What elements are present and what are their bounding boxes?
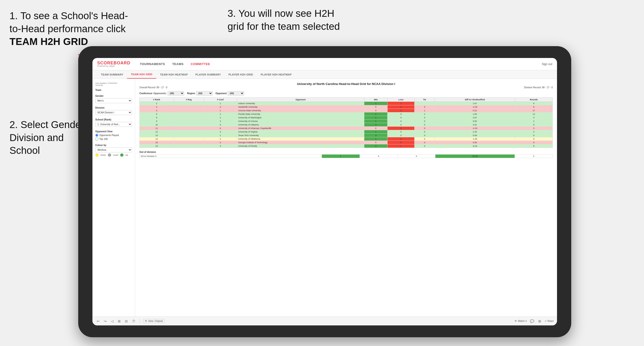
col-tie: Tie (414, 98, 435, 102)
colour-section: Colour by Win/loss Down Level Up (95, 144, 132, 157)
out-div-tie: 0 (398, 155, 436, 158)
colour-dot-level (108, 153, 111, 157)
annotation-step3: 3. You will now see H2H grid for the tea… (228, 7, 394, 33)
col-win: Win (364, 98, 388, 102)
nav-tournaments[interactable]: TOURNAMENTS (140, 62, 165, 66)
sub-nav: TEAM SUMMARY TEAM H2H GRID TEAM H2H HEAT… (92, 70, 557, 79)
region-select[interactable]: (All) (196, 91, 212, 96)
table-row: 163University of Florida310-6.429 (140, 144, 553, 148)
out-div-diff: 26.00 (436, 155, 515, 158)
filter-row: Conference Opponents: (All) Region (All) (139, 91, 553, 96)
subnav-player-summary[interactable]: PLAYER SUMMARY (192, 70, 225, 79)
grid-title: University of North Carolina Head-to-Hea… (139, 82, 553, 86)
table-row: 41Arizona State University0510.2217 (140, 109, 553, 112)
watch-button[interactable]: 👁 Watch ▾ (514, 320, 527, 322)
colour-label-up: Up (126, 154, 128, 156)
colour-dot-up (120, 153, 124, 157)
watch-label: Watch (518, 320, 524, 322)
school-label: School (Rank) (95, 118, 132, 121)
table-row: 82University of Washington1003.673 (140, 116, 553, 120)
view-icon: 👁 (145, 320, 147, 322)
records-row: Overall Record: 89 - 17 - 0 Division Rec… (139, 86, 553, 89)
bottom-toolbar: ↩ ↪ ◁ ⊞ ⊟ ⏱ 👁 View: Original 👁 Watch ▾ 💬… (92, 316, 557, 326)
timestamp: Last Updated: 27/03/2024 16:55:38 (95, 82, 132, 86)
grid-content: University of North Carolina Head-to-Hea… (135, 79, 557, 316)
table-row: 62Florida State University1021.8312 (140, 112, 553, 116)
watch-icon: 👁 (514, 320, 517, 322)
out-div-loss: 0 (360, 155, 398, 158)
present-button[interactable]: ⊞ (537, 319, 542, 324)
back-button[interactable]: ◁ (110, 319, 114, 324)
sign-out-link[interactable]: Sign out (542, 62, 552, 66)
share-icon: ↗ (544, 320, 546, 322)
nav-teams[interactable]: TEAMS (172, 62, 184, 66)
col-diff: Diff Av Strokes/Rnd (435, 98, 515, 102)
view-label: View: Original (148, 320, 163, 322)
undo-button[interactable]: ↩ (96, 319, 100, 324)
col-conf: # Conf (204, 98, 237, 102)
table-row: 131Texas Tech University3005.569 (140, 134, 553, 137)
table-row: 93University of Arizona1009.002 (140, 120, 553, 123)
data-table: # Rank # Reg # Conf Opponent Win Loss Ti… (139, 98, 553, 148)
colour-by-select[interactable]: Win/loss (95, 148, 132, 153)
subnav-player-h2h-heatmap[interactable]: PLAYER H2H HEATMAP (257, 70, 296, 79)
out-div-rounds: 3 (515, 155, 553, 158)
logo-text: SCOREBOARD (97, 61, 130, 65)
comment-button[interactable]: 💬 (529, 319, 535, 324)
school-section: School (Rank) 1. University of Nort... (95, 118, 132, 127)
division-label: Division (95, 107, 132, 109)
table-row: 32Vanderbilt University040-2.298 (140, 105, 553, 109)
main-content: Last Updated: 27/03/2024 16:55:38 Team G… (92, 79, 557, 316)
gender-section: Gender Men's Women's (95, 95, 132, 103)
out-div-name: NCAA Division II (140, 155, 322, 158)
gender-select[interactable]: Men's Women's (95, 98, 132, 103)
nav-committee[interactable]: COMMITTEE (190, 62, 210, 66)
annotation-step1: 1. To see a School's Head- to-Head perfo… (10, 9, 147, 48)
out-div-win: 1 (322, 155, 360, 158)
opponent-view-label: Opponent View (95, 130, 132, 133)
colour-by-label: Colour by (95, 144, 132, 147)
table-row: 21Auburn University211.679 (140, 102, 553, 105)
out-of-division: Out of division NCAA Division II 1 0 0 2… (139, 151, 553, 158)
colour-legend: Down Level Up (95, 153, 132, 157)
col-rank: # Rank (140, 98, 174, 102)
table-row: 154Georgia Institute of Technology0604.5… (140, 141, 553, 144)
col-opponent: Opponent (237, 98, 364, 102)
colour-label-down: Down (100, 154, 106, 156)
subnav-player-h2h-grid[interactable]: PLAYER H2H GRID (225, 70, 257, 79)
opponent-select[interactable]: (All) (228, 91, 244, 96)
team-section: Team (95, 89, 132, 91)
app-header: SCOREBOARD Powered by clippd TOURNAMENTS… (92, 58, 557, 70)
view-button[interactable]: 👁 View: Original (143, 319, 164, 323)
conference-filter-section-label: Conference (139, 92, 152, 95)
out-of-division-table: NCAA Division II 1 0 0 26.00 3 (139, 154, 553, 158)
tablet-screen: SCOREBOARD Powered by clippd TOURNAMENTS… (92, 58, 557, 326)
redo-button[interactable]: ↪ (103, 319, 108, 324)
conference-select[interactable]: (All) (168, 91, 184, 96)
subnav-team-h2h-heatmap[interactable]: TEAM H2H HEATMAP (156, 70, 192, 79)
left-panel: Last Updated: 27/03/2024 16:55:38 Team G… (92, 79, 135, 316)
main-nav: TOURNAMENTS TEAMS COMMITTEE (140, 62, 532, 66)
logo: SCOREBOARD Powered by clippd (97, 61, 130, 67)
subnav-team-summary[interactable]: TEAM SUMMARY (97, 70, 127, 79)
radio-label-opponents-played: Opponents Played (99, 134, 119, 137)
copy-button[interactable]: ⊞ (117, 319, 122, 324)
region-filter-section-label: Region (187, 92, 195, 95)
col-loss: Loss (388, 98, 414, 102)
clock-button[interactable]: ⏱ (131, 319, 136, 324)
subnav-team-h2h-grid[interactable]: TEAM H2H GRID (127, 70, 156, 79)
col-reg: # Reg (174, 98, 204, 102)
table-row: 123University of Virginia1002.333 (140, 130, 553, 134)
division-select[interactable]: NCAA Division I NCAA Division II (95, 110, 132, 115)
toolbar-sep-1 (140, 319, 140, 323)
gender-label: Gender (95, 95, 132, 97)
radio-opponents-played[interactable]: Opponents Played (95, 134, 132, 137)
conference-filter-group: Conference Opponents: (All) (139, 91, 184, 96)
division-section: Division NCAA Division I NCAA Division I… (95, 107, 132, 115)
paste-button[interactable]: ⊟ (124, 319, 129, 324)
share-button[interactable]: ↗ Share (544, 320, 554, 322)
division-record: Division Record: 88 - 17 - 0 (524, 86, 553, 89)
out-div-label: Out of division (139, 151, 553, 153)
school-select[interactable]: 1. University of Nort... (95, 122, 132, 127)
radio-top100[interactable]: Top 100 (95, 138, 132, 141)
